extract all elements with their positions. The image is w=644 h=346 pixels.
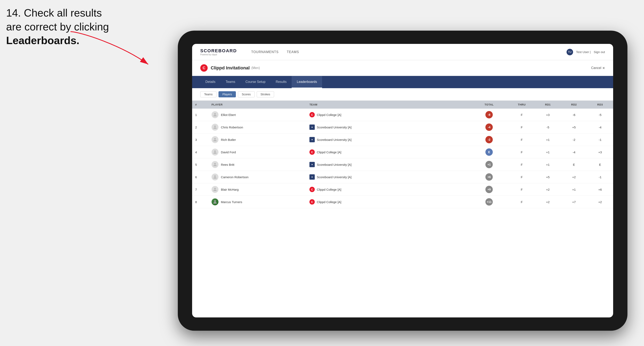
nav-tournaments[interactable]: TOURNAMENTS	[251, 49, 278, 55]
total-cell: +9	[470, 183, 509, 196]
thru-cell: F	[509, 109, 535, 121]
rd2-cell: +5	[561, 121, 587, 134]
table-body: 1 Elliot Ebert C Clippd College [A] -8 F…	[192, 109, 613, 208]
team-name: Clippd College [A]	[317, 151, 341, 154]
total-cell: +11	[470, 196, 509, 208]
filter-strokes-button[interactable]: Strokes	[257, 91, 274, 97]
player-name: David Ford	[221, 151, 236, 154]
score-badge: -2	[486, 136, 493, 143]
user-avatar: TU	[566, 49, 573, 55]
total-cell: E	[470, 146, 509, 159]
player-cell: David Ford	[208, 146, 306, 159]
svg-point-8	[214, 200, 216, 202]
table-row: 5 Rees Britt ■ Scoreboard University [A]…	[192, 159, 613, 171]
rd1-cell: +5	[535, 171, 561, 183]
player-avatar	[212, 173, 218, 180]
svg-point-1	[214, 113, 216, 115]
tab-results[interactable]: Results	[270, 76, 292, 88]
rd1-cell: +1	[535, 146, 561, 159]
user-label: Test User |	[576, 50, 591, 54]
team-logo-s: ■	[310, 174, 315, 180]
results-table: # PLAYER TEAM TOTAL THRU RD1 RD2 RD3 1	[192, 101, 613, 208]
thru-cell: F	[509, 121, 535, 134]
filter-scores-button[interactable]: Scores	[238, 91, 255, 97]
filter-players-button[interactable]: Players	[218, 91, 236, 97]
player-avatar	[212, 198, 218, 205]
svg-point-4	[214, 151, 216, 152]
rd3-cell: -5	[587, 109, 613, 121]
team-name: Scoreboard University [A]	[317, 138, 352, 142]
thru-cell: F	[509, 134, 535, 146]
player-avatar	[212, 124, 218, 131]
col-rank-header: #	[192, 101, 208, 109]
rd2-cell: +2	[561, 171, 587, 183]
total-cell: -2	[470, 134, 509, 146]
total-cell: -8	[470, 109, 509, 121]
leaderboard-table: # PLAYER TEAM TOTAL THRU RD1 RD2 RD3 1	[192, 101, 613, 318]
team-name: Clippd College [A]	[317, 188, 341, 191]
player-name: Rees Britt	[221, 163, 234, 166]
table-row: 8 Marcus Turners C Clippd College [A] +1…	[192, 196, 613, 208]
rank-cell: 3	[192, 134, 208, 146]
score-badge: +11	[486, 198, 493, 205]
rank-cell: 7	[192, 183, 208, 196]
team-name: Scoreboard University [A]	[317, 175, 352, 179]
table-row: 4 David Ford C Clippd College [A] E F +1…	[192, 146, 613, 159]
sub-nav: Details Teams Course Setup Results Leade…	[192, 76, 613, 88]
player-cell: Rich Butler	[208, 134, 306, 146]
tab-teams[interactable]: Teams	[220, 76, 240, 88]
player-name: Blair McHarg	[221, 188, 239, 191]
player-name: Elliot Ebert	[221, 113, 236, 117]
signout-link[interactable]: Sign out	[594, 50, 605, 54]
tab-leaderboards[interactable]: Leaderboards	[292, 76, 322, 88]
table-row: 2 Chris Robertson ■ Scoreboard Universit…	[192, 121, 613, 134]
player-name: Rich Butler	[221, 138, 236, 142]
team-cell: ■ Scoreboard University [A]	[306, 134, 470, 146]
thru-cell: F	[509, 146, 535, 159]
tournament-name: Clippd Invitational	[211, 65, 250, 71]
table-row: 1 Elliot Ebert C Clippd College [A] -8 F…	[192, 109, 613, 121]
team-cell: ■ Scoreboard University [A]	[306, 159, 470, 171]
rd2-cell: +7	[561, 196, 587, 208]
col-rd3-header: RD3	[587, 101, 613, 109]
team-name: Clippd College [A]	[317, 113, 341, 117]
table-header-row: # PLAYER TEAM TOTAL THRU RD1 RD2 RD3	[192, 101, 613, 109]
filter-teams-button[interactable]: Teams	[200, 91, 216, 97]
player-cell: Rees Britt	[208, 159, 306, 171]
team-cell: ■ Scoreboard University [A]	[306, 171, 470, 183]
tab-course-setup[interactable]: Course Setup	[240, 76, 270, 88]
team-logo-c: C	[310, 187, 315, 192]
table-row: 7 Blair McHarg C Clippd College [A] +9 F…	[192, 183, 613, 196]
col-team-header: TEAM	[306, 101, 470, 109]
tournament-type: (Men)	[252, 66, 260, 70]
tablet-device: SCOREBOARD Powered by clippd TOURNAMENTS…	[178, 31, 628, 331]
player-name: Marcus Turners	[221, 200, 242, 204]
score-badge: -8	[486, 111, 493, 118]
col-total-header: TOTAL	[470, 101, 509, 109]
logo-sub: Powered by clippd	[200, 53, 237, 56]
rd2-cell: -2	[561, 134, 587, 146]
player-avatar	[212, 111, 218, 118]
svg-point-7	[214, 188, 216, 189]
close-icon: ✕	[602, 66, 605, 70]
svg-point-3	[214, 138, 216, 140]
col-rd1-header: RD1	[535, 101, 561, 109]
thru-cell: F	[509, 196, 535, 208]
tab-details[interactable]: Details	[200, 76, 220, 88]
team-logo-s: ■	[310, 125, 315, 130]
rd2-cell: -6	[561, 109, 587, 121]
nav-links: TOURNAMENTS TEAMS	[251, 49, 299, 55]
nav-teams[interactable]: TEAMS	[287, 49, 299, 55]
cancel-button[interactable]: Cancel ✕	[591, 66, 605, 70]
score-badge: -4	[486, 124, 493, 131]
navbar: SCOREBOARD Powered by clippd TOURNAMENTS…	[192, 44, 613, 60]
instruction-text: 14. Check all results are correct by cli…	[6, 6, 109, 48]
tablet-screen: SCOREBOARD Powered by clippd TOURNAMENTS…	[192, 44, 613, 318]
team-cell: C Clippd College [A]	[306, 183, 470, 196]
rd1-cell: -5	[535, 121, 561, 134]
rd3-cell: -4	[587, 121, 613, 134]
rd1-cell: +2	[535, 196, 561, 208]
thru-cell: F	[509, 171, 535, 183]
team-logo-c: C	[310, 112, 315, 117]
player-avatar	[212, 161, 218, 168]
